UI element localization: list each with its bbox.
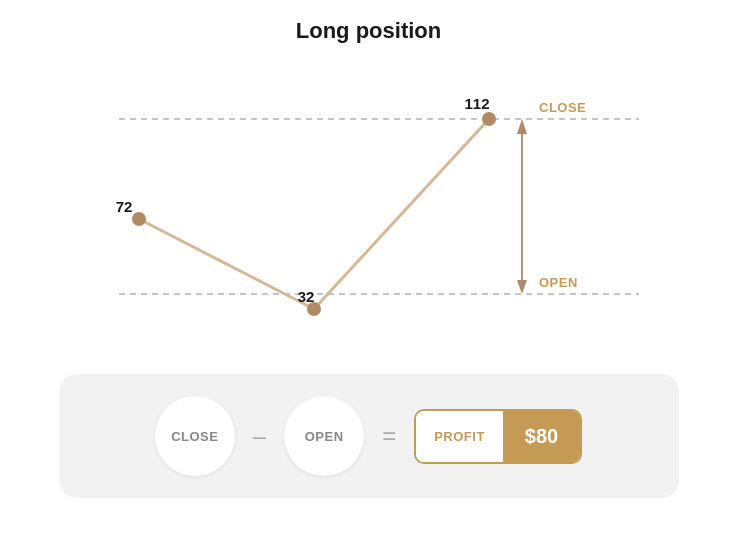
chart-area: 72 32 112 CLOSE OPEN [59,54,679,364]
svg-marker-11 [517,119,527,134]
close-circle: CLOSE [155,396,235,476]
bottom-panel: CLOSE – OPEN = PROFIT $80 [59,374,679,498]
profit-value: $80 [503,411,580,462]
profit-label: PROFIT [416,411,503,462]
svg-point-2 [132,212,146,226]
svg-point-4 [482,112,496,126]
svg-text:112: 112 [464,95,489,112]
svg-text:OPEN: OPEN [539,275,578,290]
svg-marker-12 [517,280,527,294]
svg-text:32: 32 [297,288,314,305]
svg-text:CLOSE: CLOSE [539,100,586,115]
operator-minus: – [253,422,266,450]
chart-svg: 72 32 112 CLOSE OPEN [59,54,679,364]
open-circle: OPEN [284,396,364,476]
page-title: Long position [296,18,441,44]
operator-equals: = [382,422,396,450]
svg-text:72: 72 [115,198,132,215]
profit-box: PROFIT $80 [414,409,582,464]
